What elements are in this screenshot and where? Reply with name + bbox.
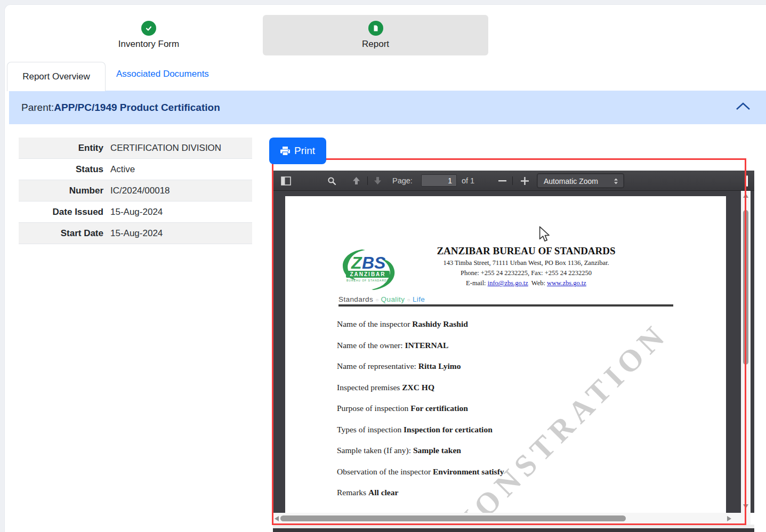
inspection-field-line: Purpose of inspection For certification	[337, 403, 504, 414]
detail-label: Status	[19, 164, 110, 175]
detail-value: CERTIFICATION DIVISION	[110, 143, 221, 154]
field-value: All clear	[368, 488, 398, 497]
scroll-up-arrow[interactable]	[743, 194, 748, 198]
mouse-cursor	[538, 226, 552, 243]
inspection-field-line: Name of representative: Ritta Lyimo	[337, 361, 504, 372]
tab-report-overview[interactable]: Report Overview	[7, 62, 106, 91]
field-value: Ritta Lyimo	[418, 361, 461, 370]
org-contacts: E-mail: info@zbs.go.tz Web: www.zbs.go.t…	[412, 279, 641, 287]
field-label: Inspected premises	[337, 383, 402, 392]
step-label: Report	[362, 39, 389, 50]
page-root: Inventory Form Report Report Overview As…	[0, 0, 766, 532]
sidebar-toggle-button[interactable]	[279, 174, 292, 187]
tab-associated-documents[interactable]: Associated Documents	[116, 69, 209, 79]
print-button[interactable]: Print	[269, 138, 326, 164]
inspection-field-line: Sample taken (If any): Sample taken	[337, 445, 504, 456]
tab-label: Report Overview	[22, 71, 90, 82]
horizontal-scrollbar-thumb[interactable]	[280, 515, 626, 521]
tagline-life: Life	[413, 295, 425, 303]
svg-text:BS: BS	[362, 253, 386, 272]
inspection-fields: Name of the inspector Rashidy Rashid Nam…	[337, 319, 504, 509]
field-label: Name of representative:	[337, 361, 418, 370]
inspection-field-line: Name of the inspector Rashidy Rashid	[337, 319, 504, 329]
table-row: Entity CERTIFICATION DIVISION	[19, 138, 252, 159]
inspection-field-line: Types of inspection Inspection for certi…	[337, 424, 504, 435]
print-label: Print	[294, 145, 315, 157]
web-label: Web:	[528, 279, 547, 287]
banner-prefix: Parent:	[21, 102, 54, 114]
field-label: Sample taken (If any):	[337, 446, 413, 455]
org-phone-fax: Phone: +255 24 2232225, Fax: +255 24 223…	[412, 269, 641, 277]
detail-value: 15-Aug-2024	[110, 207, 163, 217]
scroll-right-arrow[interactable]	[727, 516, 731, 521]
web-link[interactable]: www.zbs.go.tz	[547, 279, 586, 287]
tagline-standards: Standards	[338, 295, 373, 303]
inspection-field-line: Name of the owner: INTERNAL	[337, 340, 504, 351]
detail-label: Start Date	[19, 228, 110, 239]
table-row: Status Active	[19, 159, 252, 180]
field-label: Name of the inspector	[337, 319, 412, 328]
email-link[interactable]: info@zbs.go.tz	[488, 279, 528, 287]
page-count-label: of 1	[462, 171, 474, 191]
scroll-left-arrow[interactable]	[275, 516, 279, 521]
file-circle-icon	[368, 21, 383, 36]
step-report[interactable]: Report	[263, 15, 488, 55]
check-circle-icon	[141, 21, 156, 36]
step-inventory-form[interactable]: Inventory Form	[35, 15, 263, 55]
field-value: Sample taken	[413, 446, 461, 455]
tagline-separator: ○	[373, 297, 381, 303]
zoom-level-select[interactable]: Automatic Zoom	[537, 174, 624, 188]
tagline-quality: Quality	[381, 295, 405, 303]
detail-label: Number	[19, 186, 110, 196]
printer-icon	[280, 147, 290, 156]
next-page-button[interactable]	[371, 174, 384, 187]
search-button[interactable]	[325, 174, 338, 187]
table-row: Start Date 15-Aug-2024	[19, 223, 252, 244]
zoom-out-button[interactable]	[496, 174, 509, 187]
field-label: Types of inspection	[337, 425, 404, 434]
inspection-field-line: Observation of the inspector Environment…	[337, 466, 504, 477]
detail-value: 15-Aug-2024	[110, 228, 163, 239]
field-value: Rashidy Rashid	[412, 319, 468, 328]
scroll-down-arrow[interactable]	[743, 504, 748, 509]
tagline-separator: ○	[405, 297, 412, 303]
pdf-vertical-scrollbar[interactable]	[741, 191, 751, 513]
field-value: ZXC HQ	[402, 383, 434, 392]
detail-label: Date Issued	[19, 207, 110, 217]
toolbar-scrollbar-thumb[interactable]	[746, 175, 748, 187]
table-row: Number IC/2024/00018	[19, 180, 252, 201]
field-label: Purpose of inspection	[337, 404, 410, 413]
report-details-table: Entity CERTIFICATION DIVISION Status Act…	[19, 138, 252, 244]
vertical-scrollbar-thumb[interactable]	[743, 210, 748, 365]
svg-text:ZANZIBAR: ZANZIBAR	[350, 271, 385, 277]
zbs-logo: Z BS ZANZIBAR BUREAU OF STANDARDS	[338, 246, 399, 293]
table-row: Date Issued 15-Aug-2024	[19, 201, 252, 223]
toolbar-separator	[512, 176, 513, 185]
pdf-content-area: Z BS ZANZIBAR BUREAU OF STANDARDS ZANZIB…	[273, 191, 754, 513]
pdf-horizontal-scrollbar[interactable]	[273, 513, 751, 525]
chevron-up-icon[interactable]	[735, 101, 751, 112]
zoom-select-value: Automatic Zoom	[544, 177, 598, 186]
field-value: Inspection for certication	[404, 425, 493, 434]
page-number-input[interactable]	[421, 174, 457, 187]
previous-page-button[interactable]	[350, 174, 362, 187]
zoom-in-button[interactable]	[518, 174, 531, 187]
toolbar-separator	[367, 176, 368, 185]
step-label: Inventory Form	[118, 39, 179, 50]
field-value: Environment satisfy	[433, 467, 504, 476]
svg-text:Z: Z	[351, 253, 362, 272]
detail-value: IC/2024/00018	[110, 186, 170, 196]
page-label: Page:	[392, 171, 413, 191]
inspection-field-line: Inspected premises ZXC HQ	[337, 382, 504, 393]
parent-banner[interactable]: Parent:APP/PC/1949 Product Certification	[9, 91, 766, 124]
field-value: For certification	[410, 404, 468, 413]
letterhead: ZANZIBAR BUREAU OF STANDARDS 143 Timba S…	[412, 245, 641, 287]
pdf-bottom-strip	[273, 525, 754, 528]
select-arrows-icon	[614, 178, 618, 184]
field-value: INTERNAL	[405, 341, 448, 350]
pdf-toolbar: Page: of 1 Automatic Zoom	[273, 171, 754, 191]
banner-title: APP/PC/1949 Product Certification	[54, 102, 220, 114]
org-address: 143 Timba Street, 71111 Urban West, PO B…	[412, 259, 641, 267]
field-label: Remarks	[337, 488, 368, 497]
detail-value: Active	[110, 164, 135, 175]
